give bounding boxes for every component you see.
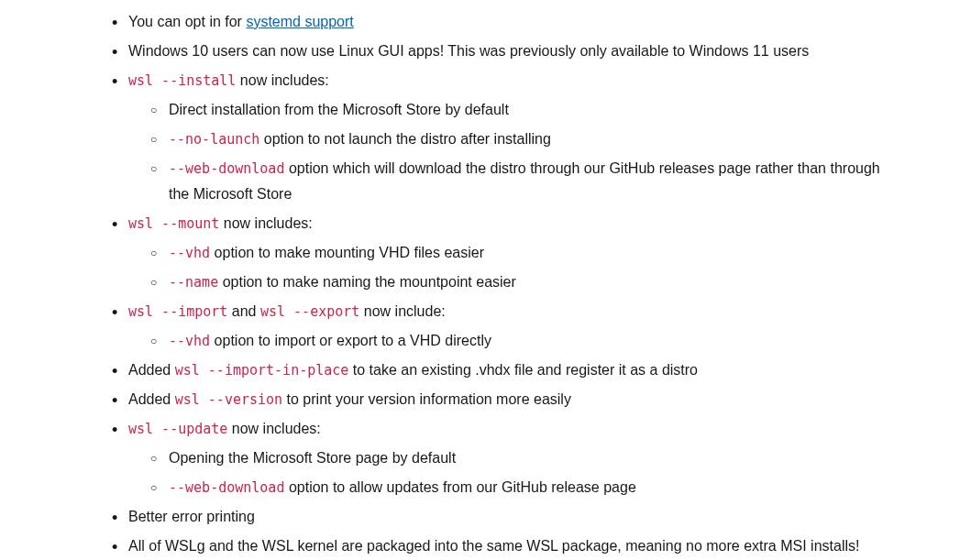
sub-list: --vhd option to import or export to a VH…: [128, 328, 898, 354]
list-item: wsl --update now includes: Opening the M…: [92, 416, 898, 500]
text: Added: [128, 362, 175, 378]
code-name: --name: [169, 274, 218, 291]
list-item: wsl --mount now includes: --vhd option t…: [92, 211, 898, 295]
sub-list: --vhd option to make mounting VHD files …: [128, 240, 898, 295]
systemd-support-link[interactable]: systemd support: [246, 14, 353, 29]
code-no-launch: --no-launch: [169, 131, 259, 148]
feature-list: You can opt in for systemd support Windo…: [92, 9, 898, 559]
text: to take an existing .vhdx file and regis…: [348, 362, 698, 378]
list-item: You can opt in for systemd support: [92, 9, 898, 35]
text: option to allow updates from our GitHub …: [284, 479, 635, 495]
code-web-download: --web-download: [169, 160, 284, 177]
list-item: --name option to make naming the mountpo…: [128, 269, 898, 295]
list-item: wsl --install now includes: Direct insta…: [92, 68, 898, 207]
code-vhd: --vhd: [169, 333, 210, 349]
text: to print your version information more e…: [282, 391, 571, 407]
list-item: --web-download option to allow updates f…: [128, 475, 898, 500]
text: option to import or export to a VHD dire…: [210, 333, 491, 348]
text: now includes:: [219, 215, 312, 231]
sub-list: Direct installation from the Microsoft S…: [128, 97, 898, 207]
code-vhd: --vhd: [169, 245, 210, 261]
list-item: --vhd option to make mounting VHD files …: [128, 240, 898, 266]
list-item: --vhd option to import or export to a VH…: [128, 328, 898, 354]
text: Added: [128, 391, 175, 407]
code-wsl-mount: wsl --mount: [128, 215, 219, 232]
text: now includes:: [236, 72, 328, 88]
text: option to make naming the mountpoint eas…: [218, 274, 516, 290]
list-item: Opening the Microsoft Store page by defa…: [128, 445, 898, 471]
list-item: All of WSLg and the WSL kernel are packa…: [92, 533, 898, 559]
code-wsl-import: wsl --import: [128, 303, 227, 320]
list-item: --web-download option which will downloa…: [128, 156, 898, 207]
text: option to make mounting VHD files easier: [210, 245, 484, 260]
code-wsl-install: wsl --install: [128, 72, 236, 89]
text: now include:: [359, 303, 445, 319]
text: option to not launch the distro after in…: [259, 131, 551, 147]
text: and: [227, 303, 260, 319]
code-wsl-update: wsl --update: [128, 421, 227, 437]
list-item: --no-launch option to not launch the dis…: [128, 126, 898, 152]
list-item: Added wsl --version to print your versio…: [92, 387, 898, 412]
code-import-in-place: wsl --import-in-place: [175, 362, 349, 379]
text: now includes:: [227, 421, 320, 436]
list-item: Added wsl --import-in-place to take an e…: [92, 357, 898, 383]
list-item: Direct installation from the Microsoft S…: [128, 97, 898, 123]
list-item: Windows 10 users can now use Linux GUI a…: [92, 38, 898, 64]
list-item: wsl --import and wsl --export now includ…: [92, 299, 898, 354]
text: You can opt in for: [128, 14, 246, 29]
code-wsl-export: wsl --export: [260, 303, 359, 320]
code-web-download: --web-download: [169, 479, 284, 496]
sub-list: Opening the Microsoft Store page by defa…: [128, 445, 898, 500]
list-item: Better error printing: [92, 504, 898, 530]
code-wsl-version: wsl --version: [175, 391, 282, 408]
